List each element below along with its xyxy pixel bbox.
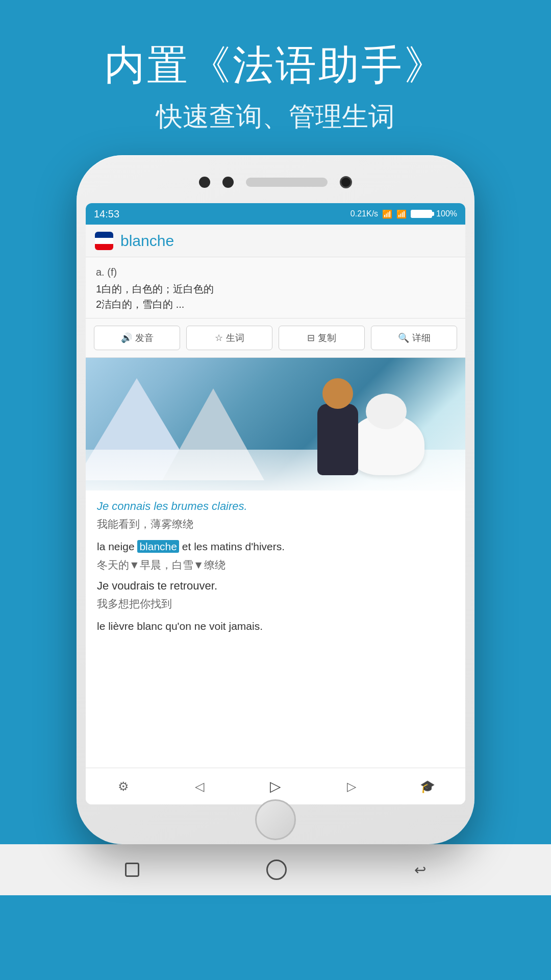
highlighted-word[interactable]: blanche	[137, 540, 179, 553]
french-flag-icon	[95, 232, 113, 250]
phone-bottom-hardware	[86, 804, 465, 835]
recent-apps-button[interactable]	[125, 863, 139, 877]
phone-screen: 14:53 0.21K/s 📶 📶 100% blanche a. (f)	[86, 203, 465, 804]
definition-pos: a. (f)	[96, 266, 455, 278]
status-bar: 14:53 0.21K/s 📶 📶 100%	[86, 203, 465, 225]
equalizer-icon: ⚙	[118, 779, 129, 794]
play-icon: ▷	[270, 778, 281, 795]
search-word: blanche	[120, 232, 174, 250]
recent-apps-icon	[125, 863, 139, 877]
graduation-button[interactable]: 🎓	[412, 771, 443, 802]
definition-area: a. (f) 1白的，白色的；近白色的 2洁白的，雪白的 ...	[86, 257, 465, 318]
search-bar[interactable]: blanche	[86, 225, 465, 257]
pronounce-label: 发音	[135, 332, 154, 344]
phone-frame: 14:53 0.21K/s 📶 📶 100% blanche a. (f)	[77, 155, 474, 844]
search-icon: 🔍	[398, 332, 409, 344]
selection-right: ▼	[193, 559, 204, 571]
detail-label: 详细	[412, 332, 431, 344]
battery-bar	[411, 210, 432, 218]
sentence-1-chinese: 我能看到，薄雾缭绕	[97, 517, 454, 531]
sentence-4-french: le lièvre blanc qu'on ne voit jamais.	[97, 618, 454, 634]
child-head	[322, 378, 353, 409]
prev-icon: ◁	[195, 779, 204, 794]
copy-button[interactable]: ⊟ 复制	[279, 326, 365, 350]
battery-fill	[412, 211, 431, 217]
child-shape	[317, 404, 358, 475]
camera-dot-1	[199, 177, 210, 188]
sentence-2-part-3: et les matins d'hivers.	[179, 541, 285, 552]
status-right: 0.21K/s 📶 📶 100%	[350, 209, 457, 219]
camera-dot-2	[222, 177, 234, 188]
play-button[interactable]: ▷	[260, 771, 291, 802]
equalizer-button[interactable]: ⚙	[108, 771, 139, 802]
header-title: 内置《法语助手》	[104, 41, 447, 90]
definition-line-1: 1白的，白色的；近白色的	[96, 281, 455, 297]
phone-top-hardware	[86, 164, 465, 200]
sentence-2-french: la neige blanche et les matins d'hivers.	[97, 538, 454, 555]
prev-button[interactable]: ◁	[184, 771, 215, 802]
copy-icon: ⊟	[307, 332, 315, 344]
vocabulary-button[interactable]: ☆ 生词	[186, 326, 272, 350]
sentence-2-chinese: 冬天的▼早晨，白雪▼缭绕	[97, 558, 454, 572]
back-button[interactable]: ↩	[414, 862, 426, 878]
front-camera	[340, 176, 352, 188]
home-button-hardware[interactable]	[255, 799, 296, 840]
header-section: 内置《法语助手》 快速查询、管理生词	[104, 0, 447, 135]
dog-shape	[348, 414, 424, 475]
sentence-3-french: Je voudrais te retrouver.	[97, 579, 454, 593]
home-icon	[266, 860, 287, 880]
signal-icon: 📶	[396, 209, 407, 219]
copy-label: 复制	[318, 332, 336, 344]
battery-percent: 100%	[436, 209, 457, 218]
next-icon: ▷	[347, 779, 356, 794]
next-button[interactable]: ▷	[336, 771, 367, 802]
star-icon: ☆	[215, 332, 223, 344]
pronounce-button[interactable]: 🔊 发音	[94, 326, 180, 350]
selection-left: ▼	[129, 559, 140, 571]
wifi-icon: 📶	[382, 209, 392, 219]
status-time: 14:53	[94, 208, 119, 220]
snow-scene-image	[86, 358, 465, 491]
sentence-3-chinese: 我多想把你找到	[97, 597, 454, 611]
android-navigation: ↩	[0, 844, 551, 895]
back-icon: ↩	[414, 862, 426, 878]
sentence-2-part-1: la neige	[97, 541, 137, 552]
definition-line-2: 2洁白的，雪白的 ...	[96, 297, 455, 312]
vocabulary-label: 生词	[226, 332, 244, 344]
content-area: Je connais les brumes claires. 我能看到，薄雾缭绕…	[86, 491, 465, 768]
graduation-icon: 🎓	[420, 779, 435, 794]
speaker-grille	[246, 178, 328, 187]
sentence-1-french: Je connais les brumes claires.	[97, 500, 454, 513]
header-subtitle: 快速查询、管理生词	[104, 99, 447, 135]
action-buttons: 🔊 发音 ☆ 生词 ⊟ 复制 🔍 详细	[86, 318, 465, 358]
speaker-icon: 🔊	[121, 332, 132, 344]
network-speed: 0.21K/s	[350, 209, 378, 218]
detail-button[interactable]: 🔍 详细	[371, 326, 457, 350]
dog-head	[366, 394, 407, 429]
home-button[interactable]	[266, 860, 287, 880]
